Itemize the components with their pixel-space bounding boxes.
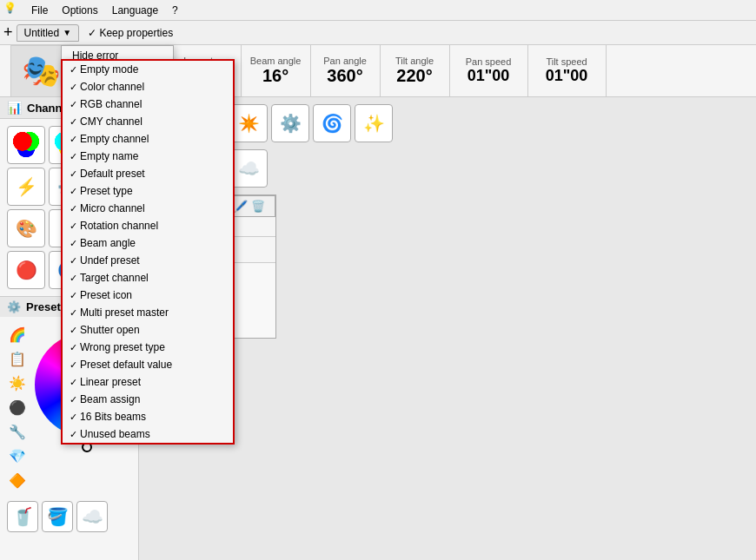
preset-icon-1[interactable]: 🌈 (7, 324, 28, 345)
dropdown-menu: ✓Empty mode✓Color channel✓RGB channel✓CM… (61, 59, 235, 445)
dropdown-item-linear-preset[interactable]: ✓Linear preset (63, 373, 233, 391)
preset-icon-2[interactable]: 📋 (7, 348, 28, 369)
ci-3[interactable]: ✴️ (229, 104, 268, 142)
dropdown-item-preset-type[interactable]: ✓Preset type (63, 182, 233, 200)
ci-6[interactable]: ✨ (355, 104, 393, 142)
dropdown-item-color-channel[interactable]: ✓Color channel (63, 78, 233, 96)
item-label: Color channel (80, 81, 226, 93)
dropdown-item-rotation-channel[interactable]: ✓Rotation channel (63, 217, 233, 234)
check-mark: ✓ (66, 64, 80, 76)
pan-angle-label: Pan angle (323, 56, 367, 66)
pan-angle-value: 360° (327, 66, 362, 86)
dropdown-item-empty-name[interactable]: ✓Empty name (63, 148, 233, 165)
dropdown-item-empty-mode[interactable]: ✓Empty mode (63, 61, 233, 78)
item-label: CMY channel (80, 115, 226, 128)
item-label: Wrong preset type (80, 341, 226, 353)
tab-dropdown-icon[interactable]: ▼ (63, 28, 71, 37)
menu-file[interactable]: File (24, 3, 55, 18)
check-mark: ✓ (66, 255, 80, 267)
check-mark: ✓ (66, 359, 80, 371)
check-mark: ✓ (66, 221, 80, 232)
check-mark: ✓ (66, 116, 80, 128)
check-mark: ✓ (66, 168, 80, 180)
ci-4[interactable]: ⚙️ (271, 104, 309, 142)
header-beam-angle: Beam angle 16° (242, 45, 311, 96)
dropdown-item-preset-icon[interactable]: ✓Preset icon (63, 287, 233, 304)
tilt-speed-label: Tilt speed (546, 56, 587, 67)
item-label: Preset type (80, 185, 226, 197)
preset-icons-column: 🌈 📋 ☀️ ⚫ 🔧 💎 🔶 (7, 324, 28, 491)
mode-edit-btn[interactable]: 🖊️ (234, 200, 248, 213)
extra-icon-2[interactable]: 🪣 (42, 501, 73, 532)
check-mark: ✓ (66, 186, 80, 197)
header-pan-angle: Pan angle 360° (311, 45, 381, 96)
header-pan-speed: Pan speed 01"00 (450, 45, 528, 96)
channel-icon-strobe[interactable]: ⚡ (7, 168, 45, 206)
check-mark: ✓ (66, 238, 80, 249)
dropdown-item-preset-default-value[interactable]: ✓Preset default value (63, 356, 233, 373)
dropdown-item-empty-channel[interactable]: ✓Empty channel (63, 130, 233, 148)
dropdown-item-16-bits-beams[interactable]: ✓16 Bits beams (63, 408, 233, 425)
dropdown-item-beam-angle[interactable]: ✓Beam angle (63, 234, 233, 252)
dropdown-item-rgb-channel[interactable]: ✓RGB channel (63, 96, 233, 113)
channel-icon-color[interactable]: 🎨 (7, 209, 45, 247)
ci-5[interactable]: 🌀 (313, 104, 351, 142)
check-mark: ✓ (66, 412, 80, 423)
extra-icon-1[interactable]: 🥤 (7, 501, 38, 532)
preset-icon-5[interactable]: 🔧 (7, 421, 28, 442)
dropdown-item-multi-preset-master[interactable]: ✓Multi preset master (63, 304, 233, 321)
preset-icon-7[interactable]: 🔶 (7, 470, 28, 491)
check-mark: ✓ (66, 273, 80, 284)
dropdown-item-target-channel[interactable]: ✓Target channel (63, 269, 233, 287)
item-label: Empty name (80, 150, 226, 162)
dropdown-item-beam-assign[interactable]: ✓Beam assign (63, 391, 233, 408)
check-mark: ✓ (66, 377, 80, 388)
channels-icon: 📊 (7, 101, 22, 115)
toolbar: + Untitled ▼ ✓ Keep properties (0, 21, 756, 45)
item-label: Beam assign (80, 393, 226, 405)
channel-icon-rgb[interactable] (7, 126, 45, 164)
channel-icons-row2: 🪣 🥤 ☁️ (146, 149, 749, 188)
item-label: Micro channel (80, 202, 226, 214)
check-mark: ✓ (66, 394, 80, 405)
check-mark: ✓ (66, 203, 80, 214)
item-label: Rotation channel (80, 220, 226, 232)
preset-icon-6[interactable]: 💎 (7, 445, 28, 466)
tilt-angle-label: Tilt angle (395, 56, 434, 66)
toolbar-add-icon[interactable]: + (3, 23, 13, 42)
preset-icon-4[interactable]: ⚫ (7, 397, 28, 418)
item-label: Shutter open (80, 324, 226, 336)
preset-icon-3[interactable]: ☀️ (7, 372, 28, 393)
channel-icon-pan[interactable]: 🔴 (7, 251, 45, 289)
mode-delete-btn[interactable]: 🗑️ (251, 200, 265, 213)
extra-icon-3[interactable]: ☁️ (76, 501, 108, 532)
dropdown-item-cmy-channel[interactable]: ✓CMY channel (63, 113, 233, 130)
ci2-3[interactable]: ☁️ (229, 149, 268, 188)
check-mark: ✓ (66, 290, 80, 301)
item-label: Undef preset (80, 254, 226, 267)
header-tilt-angle: Tilt angle 220° (381, 45, 450, 96)
menu-help[interactable]: ? (165, 3, 185, 18)
dropdown-item-unused-beams[interactable]: ✓Unused beams (63, 425, 233, 443)
dropdown-item-undef-preset[interactable]: ✓Undef preset (63, 252, 233, 269)
item-label: RGB channel (80, 98, 226, 110)
item-label: Linear preset (80, 376, 226, 388)
channel-icons-row: ⚙️ 🔵 ✴️ ⚙️ 🌀 ✨ (146, 104, 749, 142)
item-label: Unused beams (80, 428, 226, 440)
extra-icons-row1: 🥤 🪣 ☁️ (7, 501, 131, 532)
dropdown-item-micro-channel[interactable]: ✓Micro channel (63, 200, 233, 217)
presets-gear-icon: ⚙️ (7, 300, 21, 313)
item-label: Default preset (80, 168, 226, 180)
menu-language[interactable]: Language (105, 3, 165, 18)
menu-options[interactable]: Options (55, 3, 104, 18)
beam-angle-value: 16° (262, 66, 288, 86)
dropdown-item-wrong-preset-type[interactable]: ✓Wrong preset type (63, 339, 233, 356)
beam-angle-label: Beam angle (250, 56, 302, 66)
dropdown-item-default-preset[interactable]: ✓Default preset (63, 165, 233, 182)
pan-speed-label: Pan speed (466, 56, 512, 67)
toolbar-tab[interactable]: Untitled ▼ (17, 24, 80, 42)
dropdown-item-shutter-open[interactable]: ✓Shutter open (63, 321, 233, 339)
keep-properties-label[interactable]: ✓ Keep properties (88, 27, 173, 39)
dropdown-container: ✓Empty mode✓Color channel✓RGB channel✓CM… (61, 59, 235, 445)
item-label: Empty channel (80, 133, 226, 145)
